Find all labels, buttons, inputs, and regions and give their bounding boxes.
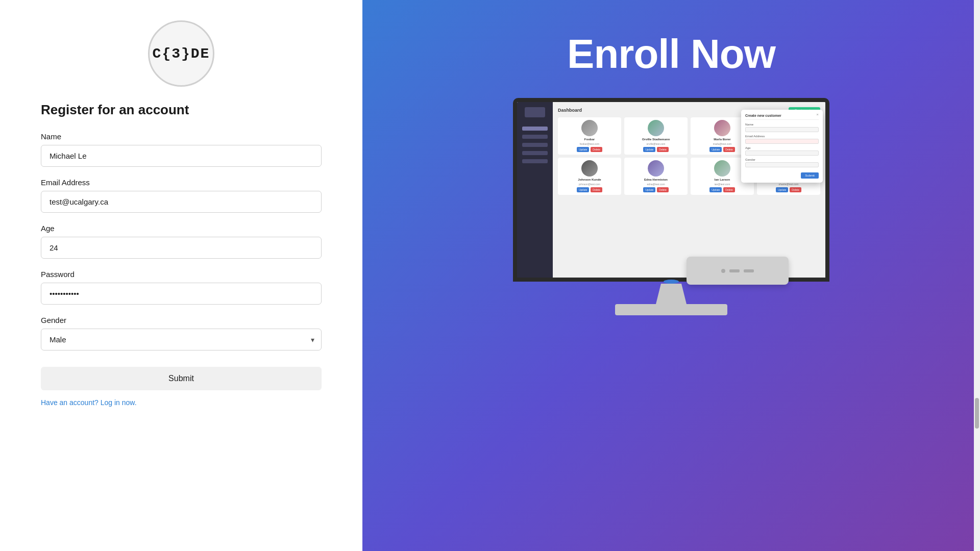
gender-select-wrapper: Male Female Other Prefer not to say ▾ — [41, 329, 322, 350]
login-link[interactable]: Have an account? Log in now. — [41, 398, 322, 407]
card-actions: Update Delete — [709, 147, 735, 152]
avatar — [648, 160, 664, 177]
update-btn[interactable]: Update — [709, 187, 722, 192]
modal-email-field: Email Address — [745, 135, 819, 144]
age-group: Age — [41, 224, 322, 259]
update-btn[interactable]: Update — [577, 147, 589, 152]
customer-card: Orville Stadtemann orville@test.com Upda… — [624, 117, 688, 155]
gender-label: Gender — [41, 316, 322, 324]
sidebar-item — [522, 151, 548, 155]
modal-gender-field: Gender — [745, 158, 819, 167]
left-panel: C{3}DE Register for an account Name Emai… — [0, 0, 362, 551]
right-panel: Enroll Now Das — [362, 0, 980, 551]
customer-info: shante@test.com — [779, 183, 799, 186]
sidebar-item — [522, 159, 548, 163]
scrollbar[interactable] — [974, 0, 980, 551]
modal-title: Create new customer — [745, 114, 819, 120]
logo-text: C{3}DE — [153, 46, 210, 62]
name-group: Name — [41, 132, 322, 167]
update-btn[interactable]: Update — [776, 187, 788, 192]
avatar — [648, 120, 664, 136]
customer-name: Edna Hermiston — [644, 178, 668, 181]
card-actions: Update Delete — [577, 147, 602, 152]
delete-btn[interactable]: Delete — [591, 187, 602, 192]
sidebar-logo — [525, 107, 545, 117]
modal-name-field: Name — [745, 123, 819, 132]
gender-group: Gender Male Female Other Prefer not to s… — [41, 316, 322, 350]
delete-btn[interactable]: Delete — [657, 187, 668, 192]
customer-info: ian@test.com — [715, 183, 730, 186]
port-icon — [744, 269, 754, 272]
customer-name: Orville Stadtemann — [642, 138, 670, 141]
email-label: Email Address — [41, 178, 322, 187]
name-label: Name — [41, 132, 322, 141]
delete-btn[interactable]: Delete — [790, 187, 801, 192]
delete-btn[interactable]: Delete — [591, 147, 602, 152]
modal-submit-btn[interactable]: Submit — [801, 172, 819, 179]
logo-circle: C{3}DE — [148, 20, 214, 87]
card-actions: Update Delete — [577, 187, 602, 192]
password-input[interactable] — [41, 283, 322, 305]
dashboard-sidebar — [517, 102, 553, 278]
delete-btn[interactable]: Delete — [723, 187, 734, 192]
customer-card: Edna Hermiston edna@test.com Update Dele… — [624, 158, 688, 195]
logo-container: C{3}DE — [41, 20, 322, 87]
customer-info: orville@test.com — [646, 142, 665, 145]
name-input[interactable] — [41, 145, 322, 167]
customer-name: Johnson Kunde — [578, 178, 601, 181]
delete-btn[interactable]: Delete — [657, 147, 668, 152]
card-actions: Update Delete — [643, 187, 669, 192]
avatar — [714, 160, 730, 177]
modal-age-field: Age — [745, 146, 819, 156]
modal-close-icon[interactable]: × — [816, 112, 819, 117]
sidebar-item — [522, 143, 548, 147]
password-label: Password — [41, 270, 322, 279]
avatar — [581, 160, 598, 177]
modal-name-label: Name — [745, 123, 819, 126]
email-group: Email Address — [41, 178, 322, 213]
delete-btn[interactable]: Delete — [723, 147, 734, 152]
sidebar-item — [522, 127, 548, 131]
modal-name-input[interactable] — [745, 127, 819, 132]
enroll-title: Enroll Now — [567, 31, 775, 78]
age-input[interactable] — [41, 237, 322, 259]
dashboard-mock: Dashboard + Create customer Foobar fooba… — [517, 102, 825, 278]
update-btn[interactable]: Update — [577, 187, 589, 192]
customer-info: foobar@test.com — [580, 142, 599, 145]
password-group: Password — [41, 270, 322, 305]
customer-info: marla@test.com — [713, 142, 731, 145]
monitor-stand-neck — [646, 284, 697, 304]
card-actions: Update Delete — [776, 187, 801, 192]
avatar — [714, 120, 730, 136]
modal-email-input[interactable] — [745, 139, 819, 144]
update-btn[interactable]: Update — [643, 187, 655, 192]
page-title: Register for an account — [41, 102, 322, 118]
customer-name: Ian Larson — [715, 178, 730, 181]
email-input[interactable] — [41, 191, 322, 213]
submit-button[interactable]: Submit — [41, 367, 322, 390]
mac-mini-ports — [721, 269, 754, 273]
dashboard-title: Dashboard — [558, 108, 582, 113]
mac-mini — [687, 257, 789, 285]
gender-select[interactable]: Male Female Other Prefer not to say — [41, 329, 322, 350]
modal-gender-input[interactable] — [745, 162, 819, 167]
avatar — [581, 120, 598, 136]
scrollbar-thumb[interactable] — [975, 398, 979, 429]
modal-gender-label: Gender — [745, 158, 819, 161]
monitor-wrapper: Dashboard + Create customer Foobar fooba… — [513, 98, 829, 315]
modal-age-label: Age — [745, 146, 819, 149]
customer-card: Johnson Kunde johnson@test.com Update De… — [558, 158, 621, 195]
customer-name: Marla Borer — [714, 138, 730, 141]
update-btn[interactable]: Update — [643, 147, 655, 152]
card-actions: Update Delete — [643, 147, 669, 152]
card-actions: Update Delete — [709, 187, 735, 192]
customer-name: Foobar — [584, 138, 595, 141]
create-customer-modal: × Create new customer Name Email Address… — [741, 110, 823, 183]
customer-info: edna@test.com — [647, 183, 665, 186]
modal-age-input[interactable] — [745, 151, 819, 156]
monitor-stand-base — [615, 304, 727, 315]
customer-card: Foobar foobar@test.com Update Delete — [558, 117, 621, 155]
port-icon — [721, 269, 725, 273]
update-btn[interactable]: Update — [709, 147, 722, 152]
screen-content: Dashboard + Create customer Foobar fooba… — [517, 102, 825, 278]
